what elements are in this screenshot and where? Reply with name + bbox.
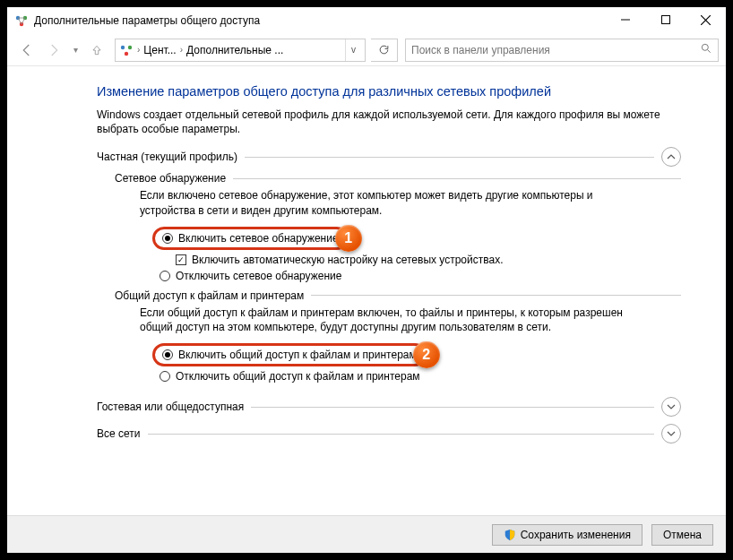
cancel-button[interactable]: Отмена xyxy=(651,524,713,546)
search-placeholder: Поиск в панели управления xyxy=(411,44,700,56)
navbar: ▾ › Цент... › Дополнительные ... v Поиск… xyxy=(7,34,726,66)
svg-point-4 xyxy=(121,45,125,48)
page-title: Изменение параметров общего доступа для … xyxy=(97,84,681,99)
radio-discovery-on[interactable] xyxy=(162,233,173,244)
chevron-right-icon: › xyxy=(137,45,140,55)
profile-all-label: Все сети xyxy=(97,427,141,440)
search-input[interactable]: Поиск в панели управления xyxy=(405,39,719,62)
highlight-1: Включить сетевое обнаружение 1 xyxy=(152,227,349,250)
chevron-right-icon: › xyxy=(180,45,183,55)
radio-sharing-on[interactable] xyxy=(162,349,173,360)
radio-label: Включить общий доступ к файлам и принтер… xyxy=(178,349,417,361)
svg-point-5 xyxy=(128,45,132,48)
svg-point-7 xyxy=(702,44,708,50)
sharing-description: Если общий доступ к файлам и принтерам в… xyxy=(140,306,642,334)
back-button[interactable] xyxy=(14,38,39,63)
profile-private-label: Частная (текущий профиль) xyxy=(97,151,237,163)
save-label: Сохранить изменения xyxy=(521,529,631,541)
content-area: Изменение параметров общего доступа для … xyxy=(7,66,726,515)
highlight-2: Включить общий доступ к файлам и принтер… xyxy=(152,343,427,366)
profile-private-header[interactable]: Частная (текущий профиль) xyxy=(97,147,681,167)
expand-icon[interactable] xyxy=(661,397,681,417)
maximize-button[interactable] xyxy=(645,7,686,32)
forward-button[interactable] xyxy=(41,38,66,63)
svg-point-6 xyxy=(125,51,128,55)
profile-guest-header[interactable]: Гостевая или общедоступная xyxy=(97,397,681,417)
breadcrumb-item[interactable]: Дополнительные ... xyxy=(186,44,283,56)
checkbox-label: Включить автоматическую настройку на сет… xyxy=(192,254,504,266)
network-icon xyxy=(119,43,134,57)
radio-label: Отключить общий доступ к файлам и принте… xyxy=(176,370,420,383)
search-icon xyxy=(700,42,712,57)
radio-sharing-off[interactable] xyxy=(160,371,170,382)
close-button[interactable] xyxy=(686,7,726,32)
footer: Сохранить изменения Отмена xyxy=(7,515,726,553)
section-label: Общий доступ к файлам и принтерам xyxy=(115,289,304,302)
section-label: Сетевое обнаружение xyxy=(115,172,226,185)
breadcrumb-item[interactable]: Цент... xyxy=(143,44,176,56)
recent-dropdown[interactable]: ▾ xyxy=(68,38,82,63)
breadcrumb[interactable]: › Цент... › Дополнительные ... v xyxy=(115,39,366,62)
annotation-badge-1: 1 xyxy=(335,225,362,252)
collapse-icon[interactable] xyxy=(661,147,681,167)
annotation-badge-2: 2 xyxy=(413,341,440,368)
shield-icon xyxy=(504,529,516,541)
discovery-description: Если включено сетевое обнаружение, этот … xyxy=(140,188,642,217)
save-button[interactable]: Сохранить изменения xyxy=(492,524,642,546)
radio-discovery-off[interactable] xyxy=(160,271,170,281)
minimize-button[interactable] xyxy=(605,7,645,32)
up-button[interactable] xyxy=(84,38,109,63)
window-title: Дополнительные параметры общего доступа xyxy=(34,14,605,27)
advanced-sharing-window: Дополнительные параметры общего доступа … xyxy=(7,7,726,553)
page-intro: Windows создает отдельный сетевой профил… xyxy=(97,108,670,136)
network-icon xyxy=(14,13,29,28)
cancel-label: Отмена xyxy=(663,529,702,541)
titlebar: Дополнительные параметры общего доступа xyxy=(7,7,726,34)
breadcrumb-dropdown[interactable]: v xyxy=(345,39,361,61)
radio-label: Отключить сетевое обнаружение xyxy=(176,270,341,282)
profile-all-header[interactable]: Все сети xyxy=(97,424,681,444)
section-network-discovery: Сетевое обнаружение xyxy=(115,172,681,185)
expand-icon[interactable] xyxy=(661,424,681,444)
checkbox-auto-setup[interactable]: ✓ xyxy=(176,254,186,265)
profile-guest-label: Гостевая или общедоступная xyxy=(97,401,244,413)
svg-rect-3 xyxy=(661,16,669,24)
radio-label: Включить сетевое обнаружение xyxy=(178,232,339,245)
refresh-button[interactable] xyxy=(371,39,398,62)
section-file-printer-sharing: Общий доступ к файлам и принтерам xyxy=(115,289,681,302)
